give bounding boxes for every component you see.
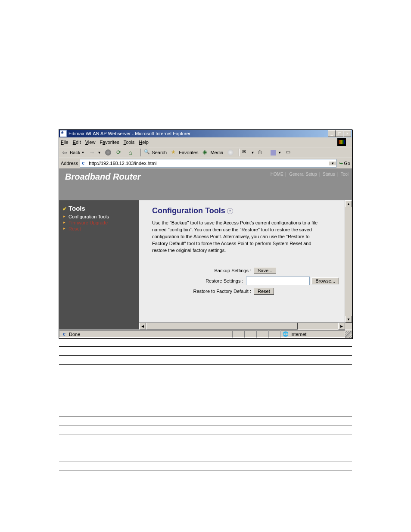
toolbar: Back▼ ▼ Search Favorites Media ▼ ▼ [59, 147, 352, 158]
document-rules [59, 346, 352, 470]
backup-label: Backup Settings : [152, 268, 254, 273]
print-icon [258, 149, 265, 156]
history-button[interactable] [226, 149, 236, 156]
page-heading: Configuration Tools? [152, 206, 339, 215]
scroll-right-icon[interactable]: ▶ [338, 323, 345, 330]
address-input[interactable] [88, 160, 329, 166]
window-title: Edimax WLAN AP Webserver - Microsoft Int… [68, 131, 328, 136]
status-text: Done [59, 330, 232, 338]
forward-icon [89, 149, 96, 156]
edit-icon [271, 150, 276, 156]
scroll-down-icon[interactable]: ▼ [345, 316, 352, 323]
address-label: Address [61, 161, 78, 166]
stop-icon [105, 149, 111, 156]
vertical-scrollbar[interactable]: ▲ ▼ [345, 200, 352, 330]
titlebar[interactable]: Edimax WLAN AP Webserver - Microsoft Int… [59, 130, 352, 137]
refresh-icon [116, 149, 123, 156]
restore-file-input[interactable] [246, 277, 310, 285]
mail-button[interactable]: ▼ [241, 149, 255, 156]
nav-home[interactable]: HOME [271, 172, 283, 177]
separator [239, 149, 240, 156]
sidebar-heading: Tools [62, 205, 136, 212]
security-zone: Internet [280, 330, 345, 338]
menu-edit[interactable]: Edit [73, 140, 81, 145]
scroll-left-icon[interactable]: ◀ [139, 323, 146, 330]
refresh-button[interactable] [115, 149, 125, 156]
nav-tool[interactable]: Tool [341, 172, 349, 177]
help-icon[interactable]: ? [227, 208, 233, 214]
status-cell [256, 330, 268, 338]
close-button[interactable]: × [343, 130, 351, 137]
browser-window: Edimax WLAN AP Webserver - Microsoft Int… [59, 129, 352, 339]
main-pane: Configuration Tools? Use the "Backup" to… [139, 200, 352, 330]
stop-button[interactable] [104, 149, 113, 156]
back-button[interactable]: Back▼ [61, 149, 86, 156]
top-nav: HOME| General Setup| Status| Tool [271, 172, 349, 177]
banner: Broadband Router HOME| General Setup| St… [59, 168, 352, 200]
chevron-down-icon[interactable]: ▼ [251, 151, 254, 155]
resize-grip[interactable] [345, 331, 352, 338]
menu-favorites[interactable]: Favorites [100, 140, 119, 145]
horizontal-scrollbar[interactable]: ◀ ▶ [139, 322, 345, 330]
media-icon [202, 149, 209, 156]
menubar: File Edit View Favorites Tools Help [59, 137, 352, 147]
reset-button[interactable]: Reset [254, 288, 274, 295]
menu-view[interactable]: View [85, 140, 96, 145]
mail-icon [242, 149, 249, 156]
status-cell [244, 330, 256, 338]
ie-icon [60, 130, 67, 137]
maximize-button[interactable]: ▢ [336, 130, 343, 137]
edit-button[interactable]: ▼ [269, 149, 283, 156]
page-icon [81, 160, 87, 166]
page-description: Use the "Backup" tool to save the Access… [152, 220, 324, 254]
menu-help[interactable]: Help [139, 140, 149, 145]
statusbar: Done Internet [59, 330, 352, 338]
page-content: Broadband Router HOME| General Setup| St… [59, 168, 352, 330]
home-button[interactable] [127, 149, 137, 156]
back-icon [62, 149, 69, 156]
menu-file[interactable]: File [61, 140, 68, 145]
sidebar-item-configuration-tools[interactable]: Configuration Tools [62, 214, 136, 220]
ie-logo-icon [337, 138, 346, 146]
status-cell [232, 330, 244, 338]
save-button[interactable]: Save... [254, 267, 276, 274]
nav-status[interactable]: Status [323, 172, 335, 177]
browse-button[interactable]: Browse... [311, 277, 339, 284]
search-icon [144, 149, 151, 156]
history-icon [227, 149, 234, 156]
status-cell [268, 330, 280, 338]
chevron-down-icon[interactable]: ▼ [97, 151, 101, 155]
menu-tools[interactable]: Tools [124, 140, 135, 145]
scroll-up-icon[interactable]: ▲ [345, 200, 352, 207]
star-icon [171, 149, 178, 156]
print-button[interactable] [257, 149, 268, 156]
favorites-button[interactable]: Favorites [170, 149, 199, 156]
chevron-down-icon[interactable]: ▼ [81, 151, 84, 155]
scroll-thumb[interactable] [146, 323, 298, 330]
home-icon [128, 149, 135, 156]
search-button[interactable]: Search [143, 149, 168, 156]
restore-label: Restore Settings : [152, 278, 246, 283]
forward-button[interactable]: ▼ [87, 149, 102, 156]
separator [140, 149, 141, 156]
discuss-icon [286, 149, 293, 156]
discuss-button[interactable] [284, 149, 295, 156]
page-icon [62, 331, 68, 337]
address-dropdown[interactable]: ▼ [329, 162, 336, 165]
go-button[interactable]: Go [339, 161, 350, 166]
brand-title: Broadband Router [65, 172, 141, 182]
factory-default-label: Restore to Factory Default : [152, 289, 254, 294]
sidebar-item-reset[interactable]: Reset [62, 226, 136, 232]
chevron-down-icon[interactable]: ▼ [278, 151, 281, 155]
address-input-wrap[interactable]: ▼ [80, 159, 336, 168]
sidebar: Tools Configuration Tools Firmware Upgra… [59, 200, 139, 330]
address-bar: Address ▼ Go [59, 158, 352, 168]
sidebar-item-firmware-upgrade[interactable]: Firmware Upgrade [62, 220, 136, 226]
media-button[interactable]: Media [201, 149, 224, 156]
nav-general[interactable]: General Setup [289, 172, 317, 177]
minimize-button[interactable]: _ [328, 130, 336, 137]
